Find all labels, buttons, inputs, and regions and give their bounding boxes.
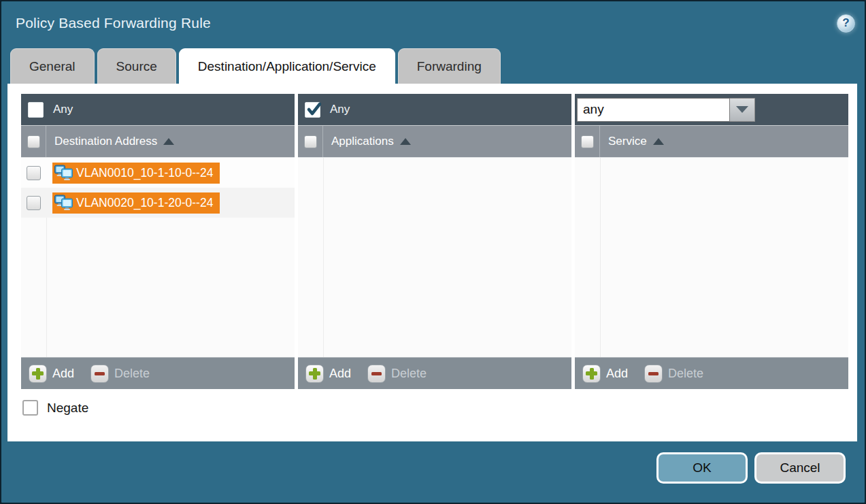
destination-row-2[interactable]: VLAN0020_10-1-20-0--24 [21, 188, 295, 218]
tab-bar: General Source Destination/Application/S… [10, 48, 856, 84]
chevron-down-icon [736, 106, 748, 113]
service-delete-button[interactable]: Delete [644, 365, 703, 383]
cancel-button[interactable]: Cancel [754, 452, 846, 484]
destination-any-label: Any [53, 103, 73, 116]
destination-row-1[interactable]: VLAN0010_10-1-10-0--24 [21, 158, 295, 188]
service-column-header: Service [575, 125, 848, 157]
destination-row-2-checkbox[interactable] [27, 196, 41, 210]
delete-minus-icon [90, 365, 109, 383]
destination-row-1-label: VLAN0010_10-1-10-0--24 [76, 166, 213, 180]
tab-forwarding[interactable]: Forwarding [398, 48, 501, 84]
tab-destination-application-service[interactable]: Destination/Application/Service [179, 48, 395, 84]
destination-row-1-checkbox[interactable] [27, 166, 41, 180]
destination-panel: Any Destination Address [21, 94, 295, 389]
applications-any-bar: Any [298, 94, 571, 125]
destination-column-title[interactable]: Destination Address [54, 135, 174, 148]
service-dropdown: any [577, 98, 755, 122]
applications-delete-button[interactable]: Delete [367, 365, 427, 383]
address-group-icon [54, 195, 73, 211]
destination-row-2-label: VLAN0020_10-1-20-0--24 [76, 196, 213, 210]
add-plus-icon [582, 365, 601, 383]
applications-list [298, 157, 571, 357]
destination-row-2-chip[interactable]: VLAN0020_10-1-20-0--24 [52, 192, 220, 214]
checkmark-icon [306, 101, 322, 118]
destination-footer: Add Delete [21, 357, 295, 389]
titlebar: Policy Based Forwarding Rule ? [1, 1, 865, 45]
destination-any-bar: Any [21, 94, 295, 125]
service-list [575, 157, 848, 357]
pbf-rule-dialog: Policy Based Forwarding Rule ? General S… [0, 0, 866, 504]
destination-any-checkbox[interactable] [28, 102, 44, 118]
ok-button[interactable]: OK [656, 452, 748, 484]
service-add-button[interactable]: Add [582, 365, 628, 383]
dialog-footer: OK Cancel [1, 441, 865, 503]
destination-list: VLAN0010_10-1-10-0--24 [21, 157, 295, 357]
applications-footer: Add Delete [298, 357, 571, 389]
dialog-title: Policy Based Forwarding Rule [16, 15, 211, 31]
applications-any-label: Any [330, 103, 350, 116]
delete-minus-icon [644, 365, 663, 383]
destination-row-1-chip[interactable]: VLAN0010_10-1-10-0--24 [52, 163, 220, 184]
applications-panel: Any Applications Add [298, 94, 571, 389]
service-select-all-checkbox[interactable] [581, 135, 594, 148]
address-group-icon [54, 165, 73, 181]
service-dropdown-value[interactable]: any [577, 98, 730, 122]
help-icon[interactable]: ? [837, 14, 855, 33]
tab-content: Any Destination Address [7, 84, 857, 441]
service-footer: Add Delete [575, 357, 848, 389]
applications-add-button[interactable]: Add [305, 365, 351, 383]
applications-column-header: Applications [298, 125, 571, 157]
delete-minus-icon [367, 365, 386, 383]
sort-ascending-icon [163, 138, 174, 145]
destination-delete-button[interactable]: Delete [90, 365, 150, 383]
sort-ascending-icon [653, 138, 664, 145]
service-dropdown-bar: any [575, 94, 848, 125]
destination-add-button[interactable]: Add [29, 365, 74, 383]
tab-source[interactable]: Source [97, 48, 176, 84]
add-plus-icon [29, 365, 47, 383]
applications-any-checkbox[interactable] [305, 102, 320, 118]
negate-label: Negate [47, 401, 88, 416]
destination-column-header: Destination Address [21, 125, 295, 157]
add-plus-icon [305, 365, 324, 383]
destination-select-all-checkbox[interactable] [27, 135, 40, 148]
applications-select-all-checkbox[interactable] [304, 135, 317, 148]
applications-column-title[interactable]: Applications [331, 135, 411, 148]
service-column-title[interactable]: Service [608, 135, 664, 148]
negate-checkbox[interactable] [22, 400, 38, 416]
panels-row: Any Destination Address [21, 94, 857, 389]
negate-row: Negate [22, 400, 857, 416]
service-dropdown-button[interactable] [730, 98, 755, 122]
tab-general[interactable]: General [10, 48, 95, 84]
service-panel: any Service [575, 94, 848, 389]
sort-ascending-icon [400, 138, 411, 145]
action-buttons: OK Cancel [656, 452, 846, 484]
